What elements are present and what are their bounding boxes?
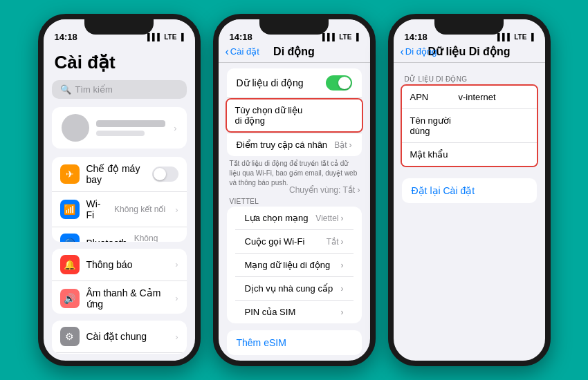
airplane-label: Chế độ máy bay — [86, 163, 145, 185]
controlcenter-item[interactable]: ☰ Trung tâm điều khiển › — [52, 353, 187, 354]
time-2: 14:18 — [230, 32, 252, 42]
viettel-group: Lựa chọn mạng Viettel› Cuộc gọi Wi-Fi Tắ… — [227, 207, 362, 323]
wificall-label: Cuộc gọi Wi-Fi — [245, 236, 305, 247]
cellular-data-label: Dữ liệu di động — [237, 77, 304, 88]
back-label-2: Cài đặt — [230, 46, 259, 57]
access-label: Điểm truy cập cá nhân — [237, 140, 328, 150]
airplane-icon: ✈ — [60, 164, 80, 184]
wifi-item[interactable]: 📶 Wi-Fi Không kết nối › — [52, 192, 187, 227]
username-label: Tên người dùng — [410, 115, 459, 136]
notch-2 — [259, 19, 329, 35]
back-button-3[interactable]: ‹ Di động — [401, 46, 437, 58]
scroll-area-2: Dữ liệu di động Tùy chọn dữ liệudi động … — [219, 63, 370, 361]
signal-icon-3: ▌▌▌ — [497, 33, 512, 41]
back-label-3: Di động — [405, 46, 437, 57]
battery-icon: ▐ — [178, 33, 183, 41]
bluetooth-label: Bluetooth — [86, 238, 127, 242]
cellular-data-row[interactable]: Dữ liệu di động — [227, 68, 362, 98]
profile-name-bar — [96, 120, 165, 127]
notch-1 — [84, 19, 154, 35]
username-row[interactable]: Tên người dùng — [402, 109, 537, 143]
notif-chevron: › — [175, 259, 178, 269]
network-label: Lựa chọn mạng — [245, 213, 309, 223]
general-label: Cài đặt chung — [86, 331, 169, 342]
general-icon: ⚙ — [60, 327, 80, 346]
options-item[interactable]: Tùy chọn dữ liệudi động Chuyển vùng: Tắt… — [227, 99, 362, 131]
signal-icon: ▌▌▌ — [147, 33, 162, 41]
sounds-icon: 🔊 — [60, 289, 80, 308]
sounds-chevron: › — [175, 293, 178, 303]
notifications-item[interactable]: 🔔 Thông báo › — [52, 249, 187, 281]
back-button-2[interactable]: ‹ Cài đặt — [226, 46, 259, 58]
apn-row[interactable]: APN v-internet — [402, 86, 537, 109]
wifi-value: Không kết nối — [114, 205, 165, 214]
profile-sub-bar — [96, 131, 145, 136]
lte-icon-3: LTE — [514, 33, 526, 41]
profile-row[interactable]: › — [52, 107, 187, 149]
general-chevron: › — [175, 332, 178, 342]
simpin-value: › — [341, 307, 344, 317]
reset-link[interactable]: Đặt lại Cài đặt — [412, 185, 527, 196]
network-value: Viettel› — [315, 213, 343, 223]
mobile-network[interactable]: Mạng dữ liệu di động › — [235, 254, 353, 277]
search-icon: 🔍 — [60, 84, 71, 95]
mobilenet-value: › — [341, 260, 344, 270]
password-label: Mật khẩu — [410, 149, 459, 160]
wifi-label: Wi-Fi — [86, 198, 108, 220]
notifications-label: Thông báo — [86, 259, 169, 270]
apn-box: APN v-internet Tên người dùng Mật khẩu — [401, 84, 538, 167]
nav-title-2: Di động — [273, 45, 315, 58]
search-placeholder: Tìm kiếm — [75, 84, 113, 95]
notifications-icon: 🔔 — [60, 255, 80, 274]
carrier-label: Dịch vụ nhà cung cấp — [245, 283, 333, 294]
bluetooth-item[interactable]: 🔵 Bluetooth Không kết nối › — [52, 227, 187, 242]
status-icons-2: ▌▌▌ LTE ▐ — [322, 33, 359, 41]
sounds-label: Âm thanh & Cảm ứng — [86, 287, 169, 310]
mobilenet-label: Mạng dữ liệu di động — [245, 260, 331, 270]
profile-info — [96, 120, 167, 136]
settings-title: Cài đặt — [44, 44, 195, 77]
bluetooth-chevron: › — [175, 238, 178, 242]
general-item[interactable]: ⚙ Cài đặt chung › — [52, 321, 187, 353]
phone-1: 14:18 ▌▌▌ LTE ▐ Cài đặt 🔍 Tìm kiếm › — [38, 14, 201, 366]
avatar — [62, 114, 89, 142]
time-3: 14:18 — [405, 32, 428, 42]
apn-label: APN — [410, 92, 459, 102]
battery-icon-3: ▐ — [529, 33, 533, 41]
status-icons-3: ▌▌▌ LTE ▐ — [497, 33, 534, 41]
access-point-item[interactable]: Điểm truy cập cá nhân Bật› — [227, 133, 362, 156]
password-row[interactable]: Mật khẩu — [402, 143, 537, 166]
network-selection[interactable]: Lựa chọn mạng Viettel› — [235, 207, 353, 230]
chevron-icon: › — [174, 123, 176, 133]
battery-icon-2: ▐ — [353, 33, 358, 41]
simpin-label: PIN của SIM — [245, 307, 296, 317]
wifi-chevron: › — [175, 205, 178, 215]
notch-3 — [434, 19, 504, 35]
nav-bar-3: ‹ Di động Dữ liệu Di động — [394, 44, 545, 63]
nav-bar-2: ‹ Cài đặt Di động — [219, 44, 370, 63]
wifi-icon: 📶 — [60, 200, 80, 219]
options-highlighted: Tùy chọn dữ liệudi động Chuyển vùng: Tắt… — [226, 98, 363, 133]
apn-value: v-internet — [459, 92, 496, 102]
wificall-value: Tắt› — [327, 237, 344, 247]
status-icons-1: ▌▌▌ LTE ▐ — [147, 33, 184, 41]
access-value: Bật› — [334, 140, 351, 150]
options-label: Tùy chọn dữ liệudi động — [235, 105, 303, 126]
nav-title-3: Dữ liệu Di động — [428, 45, 511, 58]
phone-2: 14:18 ▌▌▌ LTE ▐ ‹ Cài đặt Di động Dữ liệ… — [213, 14, 376, 366]
back-arrow-2: ‹ — [226, 46, 229, 58]
settings-group-1: ✈ Chế độ máy bay 📶 Wi-Fi Không kết nối ›… — [52, 157, 187, 242]
search-bar[interactable]: 🔍 Tìm kiếm — [52, 80, 187, 99]
sim-pin[interactable]: PIN của SIM › — [235, 301, 353, 323]
signal-icon-2: ▌▌▌ — [322, 33, 337, 41]
add-esim-link[interactable]: Thêm eSIM — [227, 330, 362, 355]
settings-group-2: 🔔 Thông báo › 🔊 Âm thanh & Cảm ứng › 🌙 T… — [52, 249, 187, 314]
carrier-services[interactable]: Dịch vụ nhà cung cấp › — [235, 277, 353, 301]
wifi-calling[interactable]: Cuộc gọi Wi-Fi Tắt› — [235, 230, 353, 254]
airplane-mode-item[interactable]: ✈ Chế độ máy bay — [52, 157, 187, 192]
airplane-toggle[interactable] — [152, 167, 178, 182]
sounds-item[interactable]: 🔊 Âm thanh & Cảm ứng › — [52, 281, 187, 314]
phone-3: 14:18 ▌▌▌ LTE ▐ ‹ Di động Dữ liệu Di độn… — [388, 14, 551, 366]
cellular-toggle[interactable] — [326, 75, 352, 91]
carrier-value: › — [341, 284, 344, 294]
